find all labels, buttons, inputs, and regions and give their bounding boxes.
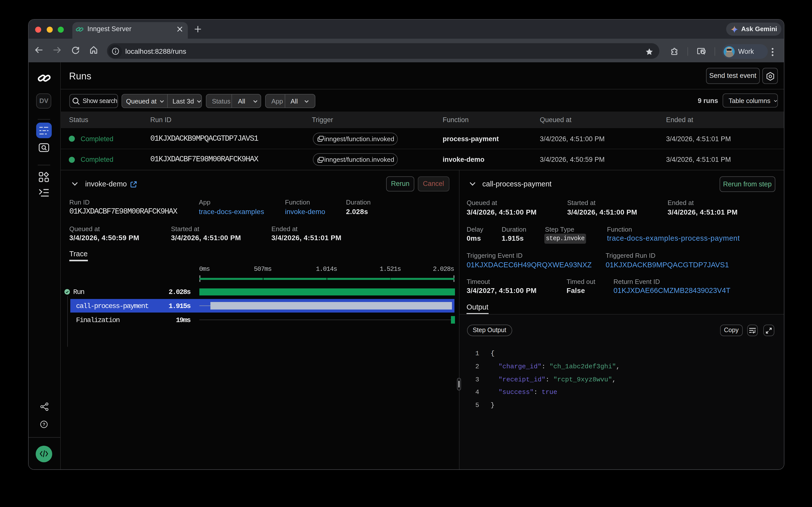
svg-text:?: ? (43, 422, 46, 427)
